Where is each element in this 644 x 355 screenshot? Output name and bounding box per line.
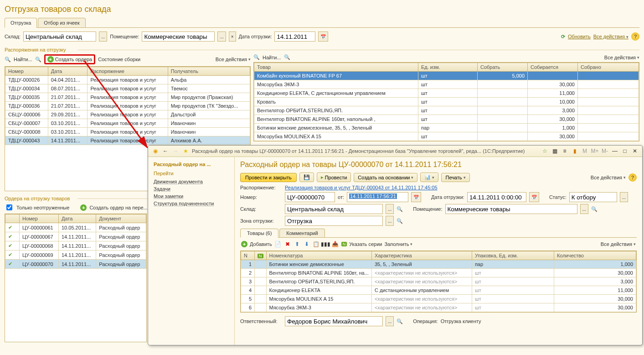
tab-cell-selection[interactable]: Отбор из ячеек <box>38 18 85 27</box>
column-header[interactable]: Собрано <box>578 63 639 72</box>
clear-find-goods-icon[interactable]: 🔍 <box>284 54 290 60</box>
table-row[interactable]: 2Вентилятор BINATONE ALPINE 160вт, на...… <box>241 269 636 277</box>
minimize-icon[interactable]: — <box>611 147 618 155</box>
ship-orders-table[interactable]: НомерДатаДокумент ✔ЦУ-0000006110.05.2011… <box>5 214 146 269</box>
all-actions-goods[interactable]: Все действия ▾ <box>604 55 639 60</box>
warehouse-input[interactable] <box>23 31 96 42</box>
calendar-icon[interactable]: 📅 <box>318 31 328 42</box>
from-datetime-input[interactable]: 14.11.2011 17:56:21 <box>347 192 408 202</box>
zone-picker[interactable]: ... <box>386 216 394 226</box>
column-header[interactable]: Характеристика <box>371 251 472 260</box>
table-row[interactable]: ✔ЦУ-0000007014.11.2011...Расходный ордер <box>5 260 146 269</box>
table-row[interactable]: ТДЦУ-00003408.07.2011...Реализация товар… <box>5 84 250 93</box>
table-row[interactable]: 6Мясорубка ЭКМ-3<характеристики не испол… <box>241 303 636 312</box>
refresh-icon[interactable]: ⟳ <box>561 34 565 40</box>
responsible-picker[interactable]: ... <box>386 316 394 326</box>
column-header[interactable]: Собрать <box>478 63 528 72</box>
goods-table[interactable]: ТоварЕд. изм.СобратьСобираетсяСобрано Ко… <box>254 63 639 141</box>
all-actions-items[interactable]: Все действия ▾ <box>601 241 636 247</box>
table-row[interactable]: ✔ЦУ-0000006110.05.2011...Расходный ордер <box>5 223 146 232</box>
star-icon[interactable]: ★ <box>182 147 189 155</box>
room-open-icon[interactable]: 🔍 <box>591 206 598 212</box>
create-orders-link[interactable]: Создать ордера <box>55 57 93 62</box>
delete-row-icon[interactable]: ✖ <box>284 240 291 248</box>
table-row[interactable]: ✔ЦУ-0000006914.11.2011...Расходный ордер <box>5 251 146 260</box>
items-table[interactable]: NNНоменклатураХарактеристикаУпаковка, Ед… <box>241 251 636 312</box>
nav-item[interactable]: Задачи <box>154 185 229 193</box>
table-row[interactable]: СБЦУ-00000629.09.2011...Реализация товар… <box>5 110 250 119</box>
room-dlg-picker[interactable]: ... <box>580 204 588 214</box>
column-header[interactable]: Дата <box>58 214 96 223</box>
refresh-link[interactable]: Обновить <box>568 34 591 39</box>
table-row[interactable]: СБЦУ-00000703.10.2011...Реализация товар… <box>5 119 250 128</box>
table-row[interactable]: Кроватьшт10,000 <box>254 98 639 106</box>
room-input[interactable] <box>142 31 215 42</box>
close-icon[interactable]: ✕ <box>631 147 639 155</box>
column-header[interactable]: Распоряжение <box>88 67 168 76</box>
dispatch-link[interactable]: Реализация товаров и услуг ТДЦУ-000043 о… <box>285 185 438 190</box>
table-row[interactable]: Кондиционер ELEKTA, С дистанционным упра… <box>254 89 639 98</box>
zone-input[interactable] <box>285 216 383 226</box>
table-row[interactable]: ТДЦУ-00003521.07.2011...Реализация товар… <box>5 93 250 102</box>
zone-open-icon[interactable]: 🔍 <box>397 218 403 224</box>
column-header[interactable]: Количество <box>554 251 636 260</box>
find-icon-goods[interactable]: 🔍 <box>253 54 260 60</box>
status-input[interactable] <box>569 192 617 202</box>
all-actions-top[interactable]: Все действия ▾ <box>593 34 629 39</box>
nav-head[interactable]: Расходный ордер на ... <box>154 162 229 167</box>
column-header[interactable]: Номер <box>5 67 48 76</box>
fill-link[interactable]: Заполнить ▾ <box>384 241 412 247</box>
table-row[interactable]: 5Мясорубка MOULINEX A 15<характеристики … <box>241 295 636 303</box>
tab-shipment[interactable]: Отгрузка <box>5 18 37 28</box>
column-header[interactable]: Номер <box>20 214 59 223</box>
responsible-input[interactable] <box>285 316 383 326</box>
shipdate-input[interactable] <box>274 31 315 42</box>
table-row[interactable]: ТДЦУ-00002604.04.2011...Реализация товар… <box>5 76 250 84</box>
table-row[interactable]: Комбайн кухонный BINATONE FP 67шт5,000 <box>254 72 639 80</box>
column-header[interactable]: N <box>241 251 255 260</box>
room-dlg-input[interactable] <box>445 204 577 214</box>
find-link[interactable]: Найти... <box>14 57 32 62</box>
move-down-icon[interactable]: ⬇ <box>303 240 310 248</box>
nav-item[interactable]: Структура подчиненности <box>154 200 229 207</box>
from-calendar-icon[interactable]: 📅 <box>411 192 421 202</box>
report-button[interactable]: 📊 ▾ <box>420 172 438 182</box>
move-up-icon[interactable]: ⬆ <box>294 240 301 248</box>
table-row[interactable]: Вентилятор BINATONE ALPINE 160вт, наполь… <box>254 115 639 124</box>
warehouse-dlg-input[interactable] <box>285 204 383 214</box>
table-row[interactable]: ✔ЦУ-0000006814.11.2011...Расходный ордер <box>5 241 146 251</box>
help-icon-dialog[interactable]: ? <box>629 173 637 182</box>
import-icon[interactable]: 📥 <box>332 240 339 248</box>
room-clear[interactable]: × <box>229 31 236 42</box>
shipdate-dlg-input[interactable] <box>467 192 526 202</box>
nav-item[interactable]: Мои заметки <box>154 193 229 200</box>
shipdate-calendar-icon[interactable]: 📅 <box>529 192 539 202</box>
grid-icon[interactable]: ▦ <box>551 147 558 155</box>
table-row[interactable]: Мясорубка ЭКМ-3шт30,000 <box>254 80 639 89</box>
nav-back-icon[interactable]: ← <box>162 147 169 155</box>
column-header[interactable]: Документ <box>96 214 146 223</box>
fav-icon[interactable]: ☆ <box>541 147 548 155</box>
maximize-icon[interactable]: □ <box>621 147 629 155</box>
post-and-close-button[interactable]: Провести и закрыть <box>240 173 297 182</box>
table-row[interactable]: СБЦУ-00000803.10.2011...Реализация товар… <box>5 128 250 136</box>
create-ship-order-link[interactable]: Создать ордер на пере... <box>89 205 147 210</box>
responsible-open-icon[interactable]: 🔍 <box>397 318 403 324</box>
help-icon[interactable]: ? <box>631 32 639 41</box>
add-row-link[interactable]: Добавить <box>250 241 272 247</box>
table-row[interactable]: 3Вентилятор ОРБИТА,STERLING,ЯП.<характер… <box>241 277 636 286</box>
dispatch-table[interactable]: НомерДатаРаспоряжениеПолучатель ТДЦУ-000… <box>5 67 250 145</box>
clear-find-icon[interactable]: 🔍 <box>35 57 41 63</box>
room-picker[interactable]: ... <box>217 31 226 42</box>
nav-fwd-icon[interactable]: → <box>172 147 179 155</box>
column-header[interactable]: Собирается <box>528 63 578 72</box>
warehouse-picker[interactable]: ... <box>99 31 107 42</box>
copy-row-icon[interactable]: 📄 <box>274 240 282 248</box>
table-row[interactable]: ✔ЦУ-0000006714.11.2011...Расходный ордер <box>5 232 146 241</box>
table-row[interactable]: Мясорубка MOULINEX A 15шт30,000 <box>254 132 639 141</box>
table-row[interactable]: 4Кондиционер ELEKTAС дистанционным управ… <box>241 286 636 295</box>
list-icon[interactable]: ≡ <box>561 147 568 155</box>
save-button[interactable]: 💾 <box>299 172 314 182</box>
column-header[interactable]: Номенклатура <box>266 251 371 260</box>
status-picker[interactable]: ... <box>620 192 628 202</box>
